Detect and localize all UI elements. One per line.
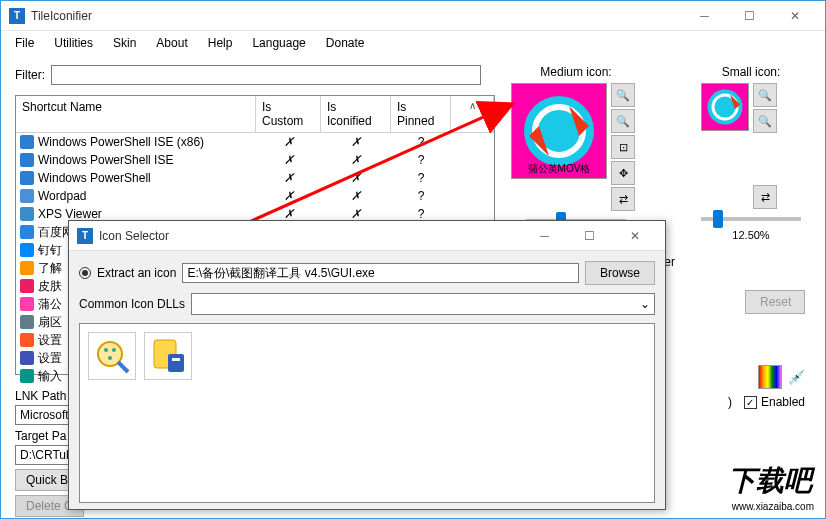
eyedropper-icon[interactable]: 💉: [788, 369, 805, 385]
close-button[interactable]: ✕: [772, 2, 817, 30]
dialog-minimize-button[interactable]: ─: [522, 222, 567, 250]
enabled-checkbox[interactable]: [744, 396, 757, 409]
watermark: 下载吧 www.xiazaiba.com: [728, 462, 818, 513]
common-dlls-combo[interactable]: ⌄: [191, 293, 655, 315]
icon-item-1[interactable]: [144, 332, 192, 380]
target-path-input[interactable]: [15, 445, 75, 465]
chevron-down-icon: ⌄: [640, 297, 650, 311]
menu-utilities[interactable]: Utilities: [44, 32, 103, 54]
zoom-in-small-button[interactable]: 🔍: [753, 83, 777, 107]
menu-file[interactable]: File: [5, 32, 44, 54]
menu-help[interactable]: Help: [198, 32, 243, 54]
menu-language[interactable]: Language: [242, 32, 315, 54]
browse-button[interactable]: Browse: [585, 261, 655, 285]
swap-medium-button[interactable]: ⇄: [611, 187, 635, 211]
common-dlls-label: Common Icon DLLs: [79, 297, 185, 311]
lnk-path-input[interactable]: [15, 405, 75, 425]
menu-skin[interactable]: Skin: [103, 32, 146, 54]
reset-button[interactable]: Reset: [745, 290, 805, 314]
svg-rect-12: [172, 358, 180, 361]
menu-donate[interactable]: Donate: [316, 32, 375, 54]
svg-point-7: [112, 348, 116, 352]
titlebar: T TileIconifier ─ ☐ ✕: [1, 1, 825, 31]
th-is-iconified[interactable]: Is Iconified: [321, 96, 391, 132]
dialog-title: Icon Selector: [99, 229, 522, 243]
table-row[interactable]: Windows PowerShell✗✗?: [16, 169, 494, 187]
zoom-actual-medium-button[interactable]: 🔍: [611, 109, 635, 133]
filter-label: Filter:: [15, 68, 45, 82]
dialog-maximize-button[interactable]: ☐: [567, 222, 612, 250]
small-icon-label: Small icon:: [701, 65, 801, 79]
filter-input[interactable]: [51, 65, 481, 85]
scroll-up-icon[interactable]: ∧: [451, 96, 494, 132]
minimize-button[interactable]: ─: [682, 2, 727, 30]
svg-rect-11: [168, 354, 184, 372]
swap-small-button[interactable]: ⇄: [753, 185, 777, 209]
center-medium-button[interactable]: ⊡: [611, 135, 635, 159]
medium-icon-preview[interactable]: 蒲公英MOV格: [511, 83, 607, 179]
dialog-app-icon: T: [77, 228, 93, 244]
window-title: TileIconifier: [31, 9, 682, 23]
small-zoom-slider[interactable]: [701, 217, 801, 221]
zoom-actual-small-button[interactable]: 🔍: [753, 109, 777, 133]
th-is-custom[interactable]: Is Custom: [256, 96, 321, 132]
app-icon: T: [9, 8, 25, 24]
menu-about[interactable]: About: [146, 32, 197, 54]
zoom-in-medium-button[interactable]: 🔍: [611, 83, 635, 107]
table-row[interactable]: Windows PowerShell ISE✗✗?: [16, 151, 494, 169]
color-swatch[interactable]: [758, 365, 782, 389]
svg-line-9: [118, 362, 128, 372]
watermark-text: 下载吧: [728, 462, 818, 500]
enabled-label: Enabled: [761, 395, 805, 409]
extract-label: Extract an icon: [97, 266, 176, 280]
svg-point-6: [104, 348, 108, 352]
small-icon-preview[interactable]: [701, 83, 749, 131]
icon-list[interactable]: [79, 323, 655, 503]
icon-selector-dialog: T Icon Selector ─ ☐ ✕ Extract an icon Br…: [68, 220, 666, 510]
table-row[interactable]: Wordpad✗✗?: [16, 187, 494, 205]
menubar: File Utilities Skin About Help Language …: [1, 31, 825, 55]
table-row[interactable]: Windows PowerShell ISE (x86)✗✗?: [16, 133, 494, 151]
th-is-pinned[interactable]: Is Pinned: [391, 96, 451, 132]
dialog-close-button[interactable]: ✕: [612, 222, 657, 250]
move-medium-button[interactable]: ✥: [611, 161, 635, 185]
maximize-button[interactable]: ☐: [727, 2, 772, 30]
icon-item-0[interactable]: [88, 332, 136, 380]
medium-icon-caption: 蒲公英MOV格: [514, 162, 604, 176]
extract-radio[interactable]: [79, 267, 91, 279]
small-percent-label: 12.50%: [701, 229, 801, 241]
medium-icon-label: Medium icon:: [511, 65, 641, 79]
th-shortcut-name[interactable]: Shortcut Name: [16, 96, 256, 132]
icon-path-input[interactable]: [182, 263, 579, 283]
svg-point-8: [108, 356, 112, 360]
watermark-url: www.xiazaiba.com: [728, 500, 818, 513]
